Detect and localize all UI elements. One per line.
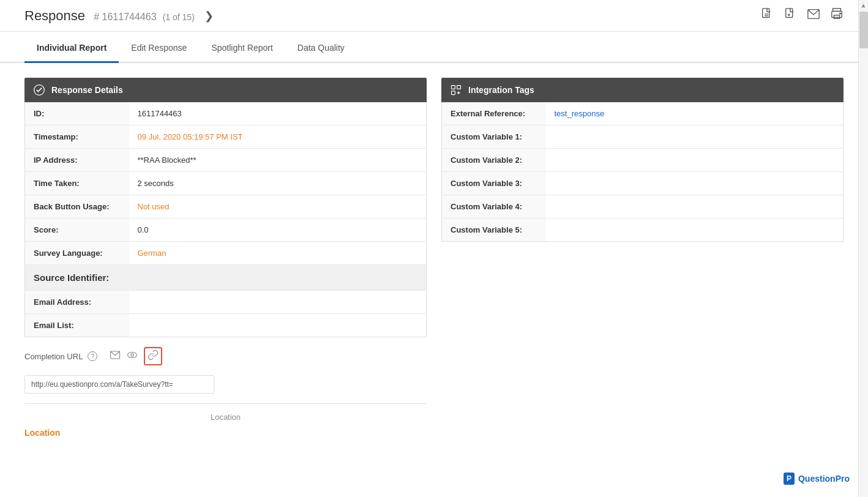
completion-url-link-button[interactable] [144, 347, 162, 365]
value-custom-var5 [546, 219, 844, 242]
location-label-row: Location [24, 425, 427, 440]
table-row: Time Taken: 2 seconds [25, 172, 427, 195]
left-panel: Response Details ID: 1611744463 Timestam… [24, 78, 427, 440]
value-external-ref: test_response [546, 102, 844, 125]
source-identifier-header-row: Source Identifier: [25, 265, 427, 291]
location-label: Location [24, 428, 60, 438]
title-text: Response [24, 8, 85, 23]
next-response-button[interactable]: ❯ [201, 8, 217, 24]
pagination: (1 of 15) [163, 12, 195, 22]
integration-tags-header: Integration Tags [441, 78, 844, 102]
completion-url-preview-button[interactable] [127, 349, 138, 363]
value-email-address [129, 291, 427, 314]
completion-url-label: Completion URL ? [24, 351, 97, 361]
label-email-address: Email Address: [25, 291, 129, 314]
table-row: Custom Variable 5: [442, 219, 844, 242]
svg-point-14 [131, 354, 134, 357]
table-row: Custom Variable 4: [442, 195, 844, 219]
response-details-table: ID: 1611744463 Timestamp: 09 Jul, 2020 0… [24, 102, 427, 337]
value-id: 1611744463 [129, 102, 427, 125]
label-email-list: Email List: [25, 314, 129, 337]
label-survey-language: Survey Language: [25, 242, 129, 265]
print-icon-button[interactable] [830, 7, 844, 24]
value-custom-var3 [546, 172, 844, 195]
value-survey-language: German [129, 242, 427, 265]
tab-individual-report[interactable]: Individual Report [24, 34, 119, 63]
value-custom-var4 [546, 195, 844, 219]
table-row: ID: 1611744463 [25, 102, 427, 125]
tab-spotlight-report[interactable]: Spotlight Report [199, 34, 285, 63]
label-custom-var3: Custom Variable 3: [442, 172, 546, 195]
table-row: Custom Variable 3: [442, 172, 844, 195]
completion-url-email-button[interactable] [110, 349, 121, 363]
scroll-up-arrow[interactable]: ▲ [859, 0, 868, 10]
label-external-ref: External Reference: [442, 102, 546, 125]
location-header-bar: Location [24, 409, 427, 425]
label-custom-var4: Custom Variable 4: [442, 195, 546, 219]
response-number: # 1611744463 [94, 12, 156, 22]
location-section: Location Location [24, 403, 427, 440]
table-row: Survey Language: German [25, 242, 427, 265]
table-row: Email List: [25, 314, 427, 337]
page-header: Response # 1611744463 (1 of 15) ❯ [0, 0, 868, 32]
integration-tags-icon [450, 84, 462, 96]
questionpro-logo: P QuestionPro [784, 473, 850, 485]
label-back-button: Back Button Usage: [25, 195, 129, 219]
source-identifier-label: Source Identifier: [25, 265, 427, 291]
response-details-header: Response Details [24, 78, 427, 102]
table-row: Back Button Usage: Not used [25, 195, 427, 219]
response-details-title: Response Details [51, 85, 123, 95]
value-custom-var1 [546, 125, 844, 149]
header-actions [760, 7, 844, 24]
help-icon[interactable]: ? [88, 351, 97, 361]
qp-logo-letter: P [787, 474, 791, 483]
label-ip: IP Address: [25, 149, 129, 172]
header-left: Response # 1611744463 (1 of 15) ❯ [24, 8, 217, 24]
table-row: Timestamp: 09 Jul, 2020 05:19:57 PM IST [25, 125, 427, 149]
table-row: Custom Variable 2: [442, 149, 844, 172]
tab-bar: Individual Report Edit Response Spotligh… [0, 34, 868, 63]
label-custom-var1: Custom Variable 1: [442, 125, 546, 149]
integration-tags-table: External Reference: test_response Custom… [441, 102, 844, 242]
table-row: Score: 0.0 [25, 219, 427, 242]
scrollbar[interactable]: ▲ [858, 0, 868, 497]
tab-edit-response[interactable]: Edit Response [119, 34, 199, 63]
table-row: Custom Variable 1: [442, 125, 844, 149]
pdf-icon-button[interactable] [760, 7, 774, 24]
label-time-taken: Time Taken: [25, 172, 129, 195]
svg-rect-9 [834, 15, 839, 19]
excel-icon-button[interactable] [784, 7, 797, 24]
value-back-button: Not used [129, 195, 427, 219]
label-id: ID: [25, 102, 129, 125]
value-timestamp: 09 Jul, 2020 05:19:57 PM IST [129, 125, 427, 149]
svg-rect-17 [452, 91, 455, 95]
completion-url-input[interactable] [24, 375, 214, 394]
value-ip: **RAA Blocked** [129, 149, 427, 172]
table-row: External Reference: test_response [442, 102, 844, 125]
qp-brand-text: QuestionPro [798, 474, 850, 484]
svg-rect-15 [452, 86, 455, 89]
label-score: Score: [25, 219, 129, 242]
scroll-thumb[interactable] [859, 12, 868, 48]
svg-point-10 [840, 13, 841, 14]
table-row: IP Address: **RAA Blocked** [25, 149, 427, 172]
label-custom-var5: Custom Variable 5: [442, 219, 546, 242]
svg-point-13 [128, 353, 137, 358]
completion-url-actions [110, 347, 162, 365]
email-icon-button[interactable] [807, 7, 820, 24]
checkmark-circle-icon [33, 84, 45, 96]
svg-rect-3 [786, 9, 793, 18]
page-title: Response # 1611744463 (1 of 15) [24, 8, 195, 24]
label-timestamp: Timestamp: [25, 125, 129, 149]
main-content: Response Details ID: 1611744463 Timestam… [0, 63, 868, 455]
value-score: 0.0 [129, 219, 427, 242]
qp-logo-box: P [784, 473, 795, 485]
svg-rect-7 [833, 9, 841, 12]
label-custom-var2: Custom Variable 2: [442, 149, 546, 172]
tab-data-quality[interactable]: Data Quality [285, 34, 357, 63]
value-email-list [129, 314, 427, 337]
svg-rect-16 [457, 86, 461, 89]
integration-tags-title: Integration Tags [468, 85, 534, 95]
right-panel: Integration Tags External Reference: tes… [441, 78, 844, 440]
value-custom-var2 [546, 149, 844, 172]
